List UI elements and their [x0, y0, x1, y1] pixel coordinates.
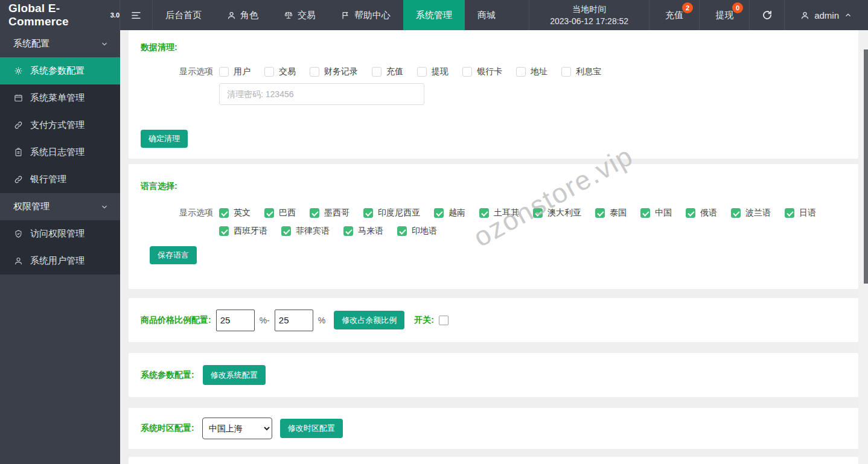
link-icon — [13, 175, 24, 184]
sidebar-group-system-config[interactable]: 系统配置 — [0, 30, 120, 57]
checkbox-unchecked[interactable] — [372, 67, 381, 77]
checkbox-checked[interactable] — [310, 208, 319, 218]
sidebar-item-payment-methods[interactable]: 支付方式管理 — [0, 112, 120, 139]
checkbox-item[interactable]: 巴西 — [264, 208, 296, 218]
checkbox-unchecked[interactable] — [310, 67, 319, 77]
checkbox-item[interactable]: 波兰语 — [731, 208, 771, 218]
recharge-badge: 2 — [682, 2, 693, 13]
checkbox-checked[interactable] — [533, 208, 543, 218]
checkbox-checked[interactable] — [479, 208, 489, 218]
chevron-up-icon — [844, 11, 852, 19]
checkbox-checked[interactable] — [219, 208, 229, 218]
sidebar: 系统配置 系统参数配置 系统菜单管理 支付方式管理 系统日志管理 银行管理 — [0, 30, 120, 464]
checkbox-item[interactable]: 泰国 — [595, 208, 627, 218]
percent-label: % — [318, 316, 325, 325]
clean-password-input[interactable] — [219, 83, 424, 105]
checkbox-item[interactable]: 印度尼西亚 — [363, 208, 420, 218]
modify-balance-ratio-button[interactable]: 修改占余额比例 — [334, 311, 404, 329]
checkbox-item[interactable]: 土耳其 — [479, 208, 519, 218]
checkbox-item[interactable]: 墨西哥 — [310, 208, 349, 218]
checkbox-item[interactable]: 银行卡 — [462, 66, 502, 77]
sidebar-item-bank-management[interactable]: 银行管理 — [0, 166, 120, 193]
checkbox-checked[interactable] — [264, 208, 274, 218]
checkbox-unchecked[interactable] — [561, 67, 571, 77]
checkbox-item[interactable]: 提现 — [417, 66, 448, 77]
checkbox-item[interactable]: 印地语 — [397, 226, 437, 237]
checkbox-checked[interactable] — [397, 226, 407, 236]
checkbox-checked[interactable] — [731, 208, 741, 218]
checkbox-checked[interactable] — [640, 208, 650, 218]
checkbox-checked[interactable] — [343, 226, 353, 236]
modify-system-config-button[interactable]: 修改系统配置 — [203, 365, 266, 385]
main-nav-menu: 后台首页 角色 交易 帮助中心 系统管理 商城 — [153, 0, 508, 30]
checkbox-item[interactable]: 英文 — [219, 208, 251, 218]
checkbox-checked[interactable] — [281, 226, 291, 236]
switch-checkbox[interactable] — [439, 316, 448, 325]
nav-item-mall[interactable]: 商城 — [465, 0, 508, 30]
nav-item-dashboard[interactable]: 后台首页 — [153, 0, 214, 30]
scales-icon — [284, 10, 293, 20]
confirm-clean-button[interactable]: 确定清理 — [141, 130, 188, 148]
scrollbar-thumb[interactable] — [864, 49, 868, 284]
local-time-value: 2023-06-12 17:28:52 — [550, 15, 628, 27]
main-content: ozonstore.vip 数据清理: 显示选项 用户 交易 — [120, 30, 868, 464]
checkbox-checked[interactable] — [785, 208, 794, 218]
checkbox-item[interactable]: 利息宝 — [561, 66, 601, 77]
checkbox-item[interactable]: 西班牙语 — [219, 226, 267, 237]
checkbox-checked[interactable] — [219, 226, 229, 236]
checkbox-item[interactable]: 财务记录 — [310, 66, 358, 77]
card-title: 系统时区配置: — [141, 423, 194, 434]
sidebar-toggle-button[interactable] — [120, 0, 153, 30]
price-ratio-max-input[interactable] — [275, 310, 313, 331]
checkbox-unchecked[interactable] — [219, 67, 229, 77]
checkbox-item[interactable]: 中国 — [640, 208, 672, 218]
user-menu[interactable]: admin — [785, 0, 868, 30]
card-data-clean: 数据清理: 显示选项 用户 交易 财 — [129, 30, 858, 159]
checkbox-item[interactable]: 澳大利亚 — [533, 208, 581, 218]
withdraw-badge: 0 — [732, 2, 743, 13]
navbar-right: 当地时间 2023-06-12 17:28:52 充值 2 提现 0 admin — [529, 0, 868, 30]
app-version: 3.0 — [110, 11, 120, 19]
percent-dash-label: %- — [260, 316, 270, 325]
checkbox-checked[interactable] — [686, 208, 695, 218]
card-system-params: 系统参数配置: 修改系统配置 — [129, 353, 858, 397]
language-checkbox-row1: 英文 巴西 墨西哥 印度尼西亚 — [219, 208, 816, 218]
sidebar-item-system-params[interactable]: 系统参数配置 — [0, 57, 120, 84]
nav-item-system-management[interactable]: 系统管理 — [403, 0, 465, 30]
checkbox-item[interactable]: 用户 — [219, 66, 251, 77]
nav-item-transactions[interactable]: 交易 — [271, 0, 328, 30]
sidebar-group-permissions[interactable]: 权限管理 — [0, 193, 120, 220]
sidebar-item-system-logs[interactable]: 系统日志管理 — [0, 139, 120, 166]
scrollbar-track[interactable] — [859, 30, 868, 464]
sidebar-item-system-menu[interactable]: 系统菜单管理 — [0, 84, 120, 112]
checkbox-item[interactable]: 俄语 — [686, 208, 717, 218]
recharge-button[interactable]: 充值 2 — [649, 0, 700, 30]
checkbox-item[interactable]: 充值 — [372, 66, 403, 77]
checkbox-unchecked[interactable] — [462, 67, 472, 77]
checkbox-item[interactable]: 越南 — [434, 208, 465, 218]
sidebar-item-access-permissions[interactable]: 访问权限管理 — [0, 220, 120, 247]
checkbox-item[interactable]: 马来语 — [343, 226, 383, 237]
checkbox-item[interactable]: 地址 — [516, 66, 547, 77]
checkbox-unchecked[interactable] — [516, 67, 526, 77]
nav-item-roles[interactable]: 角色 — [214, 0, 271, 30]
nav-item-help-center[interactable]: 帮助中心 — [328, 0, 403, 30]
price-ratio-min-input[interactable] — [216, 310, 255, 331]
username: admin — [814, 10, 839, 21]
timezone-select[interactable]: 中国上海 — [202, 418, 272, 439]
checkbox-checked[interactable] — [595, 208, 605, 218]
modify-timezone-button[interactable]: 修改时区配置 — [280, 419, 343, 438]
checkbox-item[interactable]: 交易 — [264, 66, 296, 77]
switch-label: 开关: — [414, 315, 434, 326]
checkbox-unchecked[interactable] — [264, 67, 274, 77]
sidebar-item-system-users[interactable]: 系统用户管理 — [0, 247, 120, 275]
withdraw-button[interactable]: 提现 0 — [700, 0, 750, 30]
save-language-button[interactable]: 保存语言 — [150, 246, 197, 264]
checkbox-item[interactable]: 菲律宾语 — [281, 226, 330, 237]
checkbox-item[interactable]: 日语 — [785, 208, 816, 218]
card-title: 系统参数配置: — [141, 370, 194, 381]
refresh-button[interactable] — [750, 0, 785, 30]
checkbox-checked[interactable] — [434, 208, 444, 218]
checkbox-checked[interactable] — [363, 208, 373, 218]
checkbox-unchecked[interactable] — [417, 67, 427, 77]
